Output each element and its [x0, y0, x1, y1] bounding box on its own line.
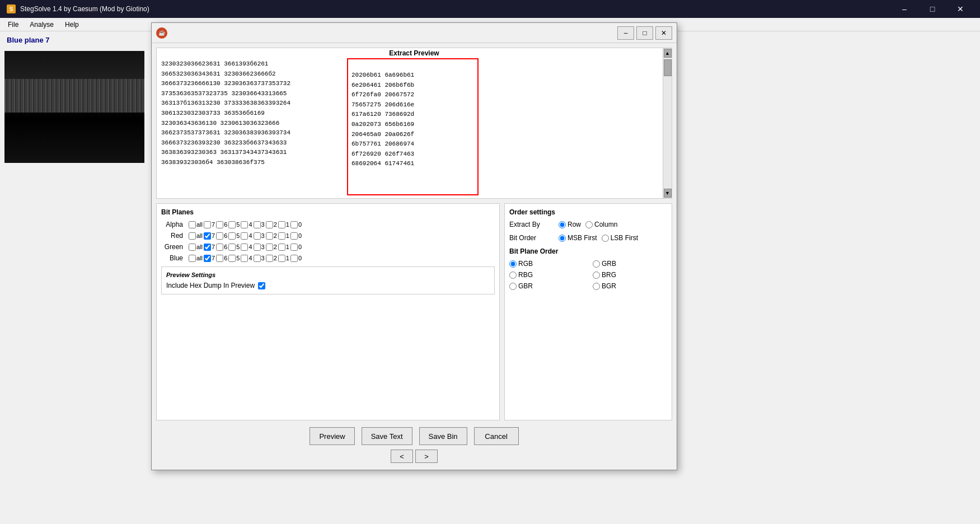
green-4-label[interactable]: 4	[248, 244, 252, 250]
nav-left-button[interactable]: <	[391, 450, 413, 463]
green-1-checkbox[interactable]	[278, 244, 285, 251]
gbr-radio[interactable]	[509, 283, 517, 290]
blue-0-checkbox-item[interactable]: 0	[290, 255, 302, 262]
blue-6-label[interactable]: 6	[224, 255, 227, 261]
alpha-4-checkbox-item[interactable]: 4	[241, 221, 252, 228]
green-7-checkbox-item[interactable]: 7	[204, 244, 215, 251]
dialog-minimize-button[interactable]: –	[617, 26, 634, 40]
red-5-checkbox-item[interactable]: 5	[228, 232, 240, 240]
rgb-radio-item[interactable]: RGB	[509, 260, 584, 268]
blue-5-checkbox-item[interactable]: 5	[228, 255, 240, 262]
red-4-checkbox[interactable]	[241, 232, 248, 240]
blue-all-label[interactable]: all	[196, 255, 203, 261]
gbr-radio-item[interactable]: GBR	[509, 282, 584, 290]
green-1-checkbox-item[interactable]: 1	[278, 244, 289, 251]
blue-2-checkbox[interactable]	[266, 255, 273, 262]
red-4-label[interactable]: 4	[248, 232, 252, 239]
blue-7-checkbox[interactable]	[204, 255, 211, 262]
alpha-7-checkbox-item[interactable]: 7	[204, 221, 215, 228]
alpha-3-label[interactable]: 3	[261, 221, 265, 228]
red-all-checkbox[interactable]	[189, 232, 196, 240]
green-7-label[interactable]: 7	[212, 244, 215, 250]
cancel-button[interactable]: Cancel	[474, 427, 519, 445]
rbg-label[interactable]: RBG	[518, 271, 533, 279]
green-6-checkbox[interactable]	[216, 244, 223, 251]
blue-3-checkbox-item[interactable]: 3	[254, 255, 265, 262]
red-7-checkbox[interactable]	[204, 232, 211, 240]
bgr-label[interactable]: BGR	[602, 282, 616, 290]
red-5-checkbox[interactable]	[228, 232, 236, 240]
green-3-label[interactable]: 3	[261, 244, 265, 250]
red-0-label[interactable]: 0	[298, 232, 302, 239]
alpha-0-checkbox-item[interactable]: 0	[290, 221, 302, 228]
red-2-checkbox-item[interactable]: 2	[266, 232, 277, 240]
preview-button[interactable]: Preview	[310, 427, 354, 445]
alpha-5-checkbox-item[interactable]: 5	[228, 221, 240, 228]
red-2-checkbox[interactable]	[266, 232, 273, 240]
blue-4-label[interactable]: 4	[248, 255, 252, 261]
extract-column-label[interactable]: Column	[594, 221, 617, 228]
msb-first-radio[interactable]	[559, 235, 566, 242]
brg-radio[interactable]	[593, 272, 600, 279]
red-0-checkbox[interactable]	[290, 232, 298, 240]
red-all-label[interactable]: all	[196, 232, 203, 239]
red-0-checkbox-item[interactable]: 0	[290, 232, 302, 240]
grb-radio[interactable]	[593, 260, 600, 268]
extract-row-radio[interactable]	[559, 221, 566, 228]
nav-right-button[interactable]: >	[415, 450, 438, 463]
alpha-1-checkbox[interactable]	[278, 221, 285, 228]
grb-label[interactable]: GRB	[602, 260, 616, 268]
red-4-checkbox-item[interactable]: 4	[241, 232, 252, 240]
save-bin-button[interactable]: Save Bin	[419, 427, 467, 445]
blue-0-checkbox[interactable]	[290, 255, 298, 262]
green-4-checkbox[interactable]	[241, 244, 248, 251]
green-all-label[interactable]: all	[196, 244, 203, 250]
blue-4-checkbox-item[interactable]: 4	[241, 255, 252, 262]
alpha-all-label[interactable]: all	[196, 221, 203, 228]
green-6-checkbox-item[interactable]: 6	[216, 244, 227, 251]
green-5-checkbox[interactable]	[228, 244, 236, 251]
green-3-checkbox[interactable]	[254, 244, 261, 251]
extract-column-radio[interactable]	[585, 221, 593, 228]
alpha-5-checkbox[interactable]	[228, 221, 236, 228]
red-1-label[interactable]: 1	[286, 232, 289, 239]
blue-all-checkbox-item[interactable]: all	[189, 255, 203, 262]
bgr-radio-item[interactable]: BGR	[593, 282, 667, 290]
red-6-label[interactable]: 6	[224, 232, 227, 239]
alpha-4-label[interactable]: 4	[248, 221, 252, 228]
dialog-close-button[interactable]: ✕	[655, 26, 672, 40]
blue-6-checkbox-item[interactable]: 6	[216, 255, 227, 262]
red-2-label[interactable]: 2	[274, 232, 277, 239]
rgb-radio[interactable]	[509, 260, 517, 268]
alpha-7-label[interactable]: 7	[212, 221, 215, 228]
blue-0-label[interactable]: 0	[298, 255, 302, 261]
alpha-7-checkbox[interactable]	[204, 221, 211, 228]
alpha-6-checkbox[interactable]	[216, 221, 223, 228]
bgr-radio[interactable]	[593, 283, 600, 290]
menu-file[interactable]: File	[2, 20, 24, 30]
blue-1-checkbox-item[interactable]: 1	[278, 255, 289, 262]
msb-first-label[interactable]: MSB First	[568, 234, 597, 242]
gbr-label[interactable]: GBR	[518, 282, 533, 290]
red-1-checkbox[interactable]	[278, 232, 285, 240]
alpha-6-checkbox-item[interactable]: 6	[216, 221, 227, 228]
green-3-checkbox-item[interactable]: 3	[254, 244, 265, 251]
red-7-checkbox-item[interactable]: 7	[204, 232, 215, 240]
dialog-maximize-button[interactable]: □	[636, 26, 653, 40]
alpha-all-checkbox-item[interactable]: all	[189, 221, 203, 228]
green-2-label[interactable]: 2	[274, 244, 277, 250]
blue-7-label[interactable]: 7	[212, 255, 215, 261]
green-6-label[interactable]: 6	[224, 244, 227, 250]
include-hex-checkbox[interactable]	[258, 282, 265, 289]
alpha-2-checkbox-item[interactable]: 2	[266, 221, 277, 228]
alpha-0-checkbox[interactable]	[290, 221, 298, 228]
red-5-label[interactable]: 5	[236, 232, 240, 239]
green-all-checkbox[interactable]	[189, 244, 196, 251]
green-4-checkbox-item[interactable]: 4	[241, 244, 252, 251]
green-2-checkbox[interactable]	[266, 244, 273, 251]
blue-1-checkbox[interactable]	[278, 255, 285, 262]
green-1-label[interactable]: 1	[286, 244, 289, 250]
blue-4-checkbox[interactable]	[241, 255, 248, 262]
minimize-button[interactable]: –	[892, 0, 917, 18]
green-0-checkbox-item[interactable]: 0	[290, 244, 302, 251]
